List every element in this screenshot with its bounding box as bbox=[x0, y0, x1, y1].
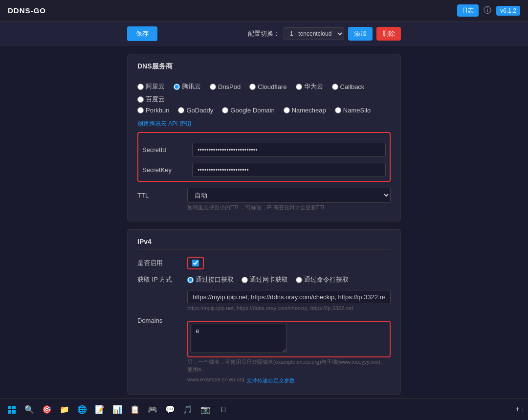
provider-alidns[interactable]: 阿里云 bbox=[137, 82, 165, 91]
app-logo: DDNS-GO bbox=[8, 6, 46, 15]
provider-namecheap[interactable]: Namecheap bbox=[284, 107, 326, 114]
secret-id-row: SecretId bbox=[142, 143, 386, 157]
ttl-row: TTL 自动 60 120 300 600 bbox=[137, 188, 391, 203]
taskbar-icon-5[interactable]: 📊 bbox=[110, 402, 125, 418]
provider-alidns-label: 阿里云 bbox=[146, 82, 165, 91]
ipv4-url-row bbox=[137, 290, 391, 304]
taskbar-icon-3[interactable]: 🌐 bbox=[74, 402, 90, 418]
ttl-hint: 如阿里支持更小的TTL，可修改，IP 有变化时才会更新TTL bbox=[187, 204, 391, 211]
radio-cloudflare[interactable] bbox=[249, 84, 256, 90]
svg-rect-2 bbox=[8, 410, 11, 414]
ipv4-domains-link[interactable]: 支持传递自定义参数 bbox=[246, 377, 295, 384]
header: DDNS-GO 日志 ⓘ v6.1.2 bbox=[0, 0, 528, 22]
ipv4-enabled-row: 是否启用 bbox=[137, 257, 391, 269]
radio-godaddy[interactable] bbox=[178, 107, 184, 113]
ipv4-url-input[interactable] bbox=[187, 290, 391, 304]
taskbar-icon-2[interactable]: 📁 bbox=[57, 402, 72, 418]
save-button[interactable]: 保存 bbox=[127, 26, 157, 41]
info-icon[interactable]: ⓘ bbox=[484, 5, 491, 16]
ipv4-method-interface[interactable]: 通过接口获取 bbox=[187, 275, 234, 284]
ipv4-card-title: IPv4 bbox=[137, 238, 391, 250]
radio-porkbun[interactable] bbox=[137, 107, 144, 113]
ipv4-method-label: 获取 IP 方式 bbox=[137, 275, 181, 284]
ipv4-method-nic[interactable]: 通过网卡获取 bbox=[242, 275, 288, 284]
config-switch-label: 配置切换： bbox=[248, 29, 280, 38]
delete-button[interactable]: 删除 bbox=[376, 27, 401, 41]
secret-id-input[interactable] bbox=[192, 143, 386, 157]
taskbar-right: ⬆ ↓ bbox=[515, 406, 524, 413]
dns-card: DNS服务商 阿里云 腾讯云 DnsPod Cloudflare 华为云 bbox=[127, 54, 401, 221]
dns-provider-row2: Porkbun GoDaddy Google Domain Namecheap … bbox=[137, 107, 391, 114]
ttl-label: TTL bbox=[137, 192, 181, 199]
taskbar-icon-8[interactable]: 💬 bbox=[162, 402, 178, 418]
config-select[interactable]: 1 - tencentcloud bbox=[284, 27, 344, 40]
provider-huaweicloud[interactable]: 华为云 bbox=[296, 82, 323, 91]
ttl-select[interactable]: 自动 60 120 300 600 bbox=[187, 188, 391, 203]
provider-cloudflare[interactable]: Cloudflare bbox=[249, 83, 286, 90]
taskbar-icon-10[interactable]: 📷 bbox=[198, 402, 213, 418]
radio-huaweicloud[interactable] bbox=[296, 84, 302, 90]
log-button[interactable]: 日志 bbox=[457, 4, 479, 17]
ipv4-enabled-highlight bbox=[187, 257, 204, 269]
ipv4-enabled-checkbox[interactable] bbox=[192, 260, 199, 266]
radio-baidudns[interactable] bbox=[137, 96, 144, 103]
provider-baidudns[interactable]: 百度云 bbox=[137, 95, 165, 104]
taskbar-icon-6[interactable]: 📋 bbox=[127, 402, 143, 418]
radio-googledomain[interactable] bbox=[222, 107, 228, 113]
dns-provider-row1: 阿里云 腾讯云 DnsPod Cloudflare 华为云 Callback bbox=[137, 82, 391, 104]
provider-porkbun-label: Porkbun bbox=[146, 107, 169, 114]
taskbar-icon-1[interactable]: 🎯 bbox=[39, 402, 55, 418]
provider-baidudns-label: 百度云 bbox=[146, 95, 165, 104]
ipv4-method-cmd[interactable]: 通过命令行获取 bbox=[296, 275, 349, 284]
taskbar-icon-9[interactable]: 🎵 bbox=[180, 402, 196, 418]
taskbar-icon-7[interactable]: 🎮 bbox=[145, 402, 160, 418]
ipv4-domains-textarea[interactable]: e bbox=[190, 324, 286, 353]
ipv4-card: IPv4 是否启用 获取 IP 方式 通过接口获取 通过网卡获取 bbox=[127, 229, 401, 395]
api-link[interactable]: 创建腾讯云 API 密钥 bbox=[137, 120, 191, 128]
radio-tencentcloud[interactable] bbox=[174, 84, 180, 90]
provider-callback[interactable]: Callback bbox=[332, 83, 365, 90]
radio-alidns[interactable] bbox=[137, 84, 144, 90]
provider-namecheap-label: Namecheap bbox=[292, 107, 326, 114]
provider-namesilo-label: NameSilo bbox=[343, 107, 371, 114]
ipv4-url-hint: https://myip.ipip.net, https://ddns.oray… bbox=[187, 305, 391, 311]
radio-dnspod[interactable] bbox=[210, 84, 216, 90]
provider-googledomain[interactable]: Google Domain bbox=[222, 107, 274, 114]
ipv4-method-options: 通过接口获取 通过网卡获取 通过命令行获取 bbox=[187, 275, 391, 284]
provider-tencentcloud[interactable]: 腾讯云 bbox=[174, 82, 201, 91]
taskbar-icon-11[interactable]: 🖥 bbox=[215, 402, 231, 418]
config-switch: 配置切换： 1 - tencentcloud 添加 删除 bbox=[248, 27, 401, 41]
add-button[interactable]: 添加 bbox=[348, 27, 373, 41]
radio-namecheap[interactable] bbox=[284, 107, 290, 113]
provider-godaddy[interactable]: GoDaddy bbox=[178, 107, 213, 114]
radio-ipv4-interface[interactable] bbox=[187, 277, 194, 283]
svg-rect-3 bbox=[12, 410, 16, 414]
start-button[interactable] bbox=[4, 402, 20, 418]
ipv4-domains-row: Domains e bbox=[137, 317, 391, 357]
search-taskbar-icon[interactable]: 🔍 bbox=[22, 402, 37, 418]
provider-porkbun[interactable]: Porkbun bbox=[137, 107, 169, 114]
ipv4-domains-hint1: 另，一个域名，可使用另只分隔域名(example.cn.eu.org)与子域(w… bbox=[187, 358, 391, 373]
header-right: 日志 ⓘ v6.1.2 bbox=[457, 4, 520, 17]
radio-namesilo[interactable] bbox=[335, 107, 341, 113]
radio-callback[interactable] bbox=[332, 84, 338, 90]
ipv4-method-row: 获取 IP 方式 通过接口获取 通过网卡获取 通过命令行获取 bbox=[137, 275, 391, 284]
secret-id-label: SecretId bbox=[142, 146, 186, 154]
svg-rect-1 bbox=[12, 406, 16, 409]
radio-ipv4-nic[interactable] bbox=[242, 277, 248, 283]
provider-huaweicloud-label: 华为云 bbox=[304, 82, 323, 91]
taskbar-icon-4[interactable]: 📝 bbox=[92, 402, 108, 418]
secret-key-input[interactable] bbox=[192, 163, 386, 177]
provider-namesilo[interactable]: NameSilo bbox=[335, 107, 371, 114]
version-badge: v6.1.2 bbox=[496, 6, 520, 16]
ipv4-domains-highlight: e bbox=[187, 321, 391, 357]
svg-rect-0 bbox=[8, 406, 11, 409]
provider-tencentcloud-label: 腾讯云 bbox=[182, 82, 201, 91]
dns-card-title: DNS服务商 bbox=[137, 62, 391, 75]
provider-dnspod[interactable]: DnsPod bbox=[210, 83, 241, 90]
secret-key-label: SecretKey bbox=[142, 166, 186, 174]
radio-ipv4-cmd[interactable] bbox=[296, 277, 302, 283]
provider-googledomain-label: Google Domain bbox=[230, 107, 274, 114]
secret-highlight-box: SecretId SecretKey bbox=[137, 132, 391, 182]
taskbar: 🔍 🎯 📁 🌐 📝 📊 📋 🎮 💬 🎵 📷 🖥 ⬆ ↓ bbox=[0, 398, 528, 420]
